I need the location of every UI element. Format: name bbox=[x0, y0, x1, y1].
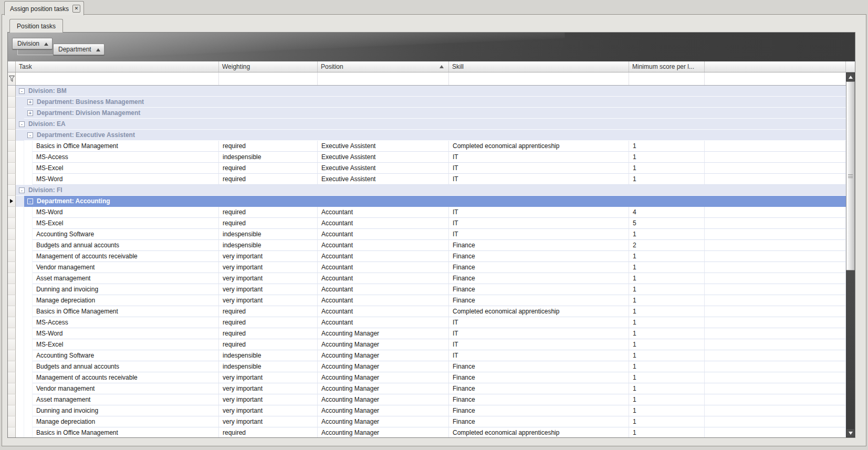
row-indicator-cell[interactable] bbox=[8, 284, 16, 295]
cell-empty[interactable] bbox=[705, 394, 846, 405]
cell-skill[interactable]: Finance bbox=[449, 251, 629, 262]
row-indicator-cell[interactable] bbox=[8, 86, 16, 97]
table-row[interactable]: Budgets and annual accountsindespensible… bbox=[8, 361, 846, 372]
cell-task[interactable]: Accounting Software bbox=[33, 350, 219, 361]
collapse-group-icon[interactable]: - bbox=[19, 88, 25, 94]
row-indicator-cell[interactable] bbox=[8, 372, 16, 383]
cell-min-score[interactable]: 1 bbox=[629, 372, 705, 383]
cell-min-score[interactable]: 1 bbox=[629, 273, 705, 284]
column-header-skill[interactable]: Skill bbox=[449, 61, 629, 72]
cell-min-score[interactable]: 1 bbox=[629, 163, 705, 174]
row-indicator-cell[interactable] bbox=[8, 207, 16, 218]
cell-min-score[interactable]: 1 bbox=[629, 416, 705, 427]
cell-position[interactable]: Accounting Manager bbox=[318, 361, 449, 372]
cell-empty[interactable] bbox=[705, 284, 846, 295]
column-header-min_score[interactable]: Minimum score per l... bbox=[629, 61, 705, 72]
department-group-row-band[interactable]: -Department: Executive Assistent bbox=[24, 130, 846, 141]
cell-weighting[interactable]: very important bbox=[219, 394, 318, 405]
group-row[interactable]: -Division: EA bbox=[8, 119, 846, 130]
collapse-group-icon[interactable]: - bbox=[27, 198, 33, 204]
cell-skill[interactable]: Finance bbox=[449, 383, 629, 394]
cell-min-score[interactable]: 1 bbox=[629, 295, 705, 306]
cell-skill[interactable]: IT bbox=[449, 229, 629, 240]
cell-empty[interactable] bbox=[705, 306, 846, 317]
cell-weighting[interactable]: very important bbox=[219, 262, 318, 273]
cell-task[interactable]: Manage depreciation bbox=[33, 295, 219, 306]
table-row[interactable]: Manage depreciationvery importantAccount… bbox=[8, 295, 846, 306]
cell-empty[interactable] bbox=[705, 427, 846, 437]
cell-weighting[interactable]: required bbox=[219, 339, 318, 350]
cell-weighting[interactable]: very important bbox=[219, 372, 318, 383]
row-indicator-cell[interactable] bbox=[8, 218, 16, 229]
table-row[interactable]: MS-ExcelrequiredAccounting ManagerIT1 bbox=[8, 339, 846, 350]
cell-skill[interactable]: Finance bbox=[449, 361, 629, 372]
cell-empty[interactable] bbox=[705, 163, 846, 174]
cell-weighting[interactable]: required bbox=[219, 427, 318, 437]
cell-position[interactable]: Accountant bbox=[318, 207, 449, 218]
cell-min-score[interactable]: 1 bbox=[629, 317, 705, 328]
cell-min-score[interactable]: 1 bbox=[629, 174, 705, 185]
cell-min-score[interactable]: 1 bbox=[629, 306, 705, 317]
cell-weighting[interactable]: required bbox=[219, 163, 318, 174]
cell-position[interactable]: Executive Assistent bbox=[318, 174, 449, 185]
cell-position[interactable]: Accounting Manager bbox=[318, 383, 449, 394]
cell-empty[interactable] bbox=[705, 361, 846, 372]
cell-empty[interactable] bbox=[705, 295, 846, 306]
cell-task[interactable]: MS-Word bbox=[33, 174, 219, 185]
cell-weighting[interactable]: very important bbox=[219, 383, 318, 394]
cell-position[interactable]: Accountant bbox=[318, 218, 449, 229]
cell-weighting[interactable]: very important bbox=[219, 295, 318, 306]
filter-cell-task[interactable] bbox=[16, 72, 219, 85]
cell-min-score[interactable]: 2 bbox=[629, 240, 705, 251]
cell-skill[interactable]: Completed economical apprenticeship bbox=[449, 427, 629, 437]
cell-empty[interactable] bbox=[705, 218, 846, 229]
cell-weighting[interactable]: required bbox=[219, 207, 318, 218]
division-group-row-band[interactable]: -Division: BM bbox=[16, 86, 846, 97]
cell-weighting[interactable]: indespensible bbox=[219, 361, 318, 372]
row-indicator-cell[interactable] bbox=[8, 174, 16, 185]
table-row[interactable]: Asset managementvery importantAccountant… bbox=[8, 273, 846, 284]
row-indicator-cell[interactable] bbox=[8, 306, 16, 317]
cell-min-score[interactable]: 1 bbox=[629, 328, 705, 339]
row-indicator-cell[interactable] bbox=[8, 273, 16, 284]
cell-task[interactable]: MS-Access bbox=[33, 317, 219, 328]
cell-weighting[interactable]: required bbox=[219, 174, 318, 185]
cell-min-score[interactable]: 1 bbox=[629, 251, 705, 262]
cell-empty[interactable] bbox=[705, 174, 846, 185]
table-row[interactable]: MS-ExcelrequiredExecutive AssistentIT1 bbox=[8, 163, 846, 174]
expand-group-icon[interactable]: + bbox=[27, 99, 33, 105]
cell-min-score[interactable]: 1 bbox=[629, 229, 705, 240]
cell-task[interactable]: Vendor management bbox=[33, 383, 219, 394]
vertical-scrollbar[interactable] bbox=[846, 72, 855, 437]
cell-min-score[interactable]: 1 bbox=[629, 427, 705, 437]
cell-skill[interactable]: Completed economical apprenticeship bbox=[449, 306, 629, 317]
collapse-group-icon[interactable]: - bbox=[19, 187, 25, 193]
cell-empty[interactable] bbox=[705, 141, 846, 152]
row-indicator-cell[interactable] bbox=[8, 328, 16, 339]
table-row[interactable]: MS-AccessindespensibleExecutive Assisten… bbox=[8, 152, 846, 163]
cell-position[interactable]: Accountant bbox=[318, 317, 449, 328]
cell-task[interactable]: Basics in Office Management bbox=[33, 427, 219, 437]
row-indicator-cell[interactable] bbox=[8, 130, 16, 141]
cell-empty[interactable] bbox=[705, 383, 846, 394]
cell-position[interactable]: Accounting Manager bbox=[318, 328, 449, 339]
cell-weighting[interactable]: indespensible bbox=[219, 240, 318, 251]
cell-skill[interactable]: Finance bbox=[449, 405, 629, 416]
cell-min-score[interactable]: 1 bbox=[629, 350, 705, 361]
cell-skill[interactable]: Finance bbox=[449, 394, 629, 405]
filter-cell-empty[interactable] bbox=[705, 72, 846, 85]
group-button-department[interactable]: Department bbox=[53, 44, 104, 55]
cell-weighting[interactable]: indespensible bbox=[219, 229, 318, 240]
table-row[interactable]: Management of accounts receivablevery im… bbox=[8, 372, 846, 383]
cell-task[interactable]: Asset management bbox=[33, 273, 219, 284]
row-indicator-cell[interactable] bbox=[8, 163, 16, 174]
row-indicator-cell[interactable] bbox=[8, 141, 16, 152]
cell-skill[interactable]: Finance bbox=[449, 372, 629, 383]
row-indicator-cell[interactable] bbox=[8, 394, 16, 405]
row-indicator-cell[interactable] bbox=[8, 317, 16, 328]
cell-position[interactable]: Accounting Manager bbox=[318, 350, 449, 361]
cell-weighting[interactable]: required bbox=[219, 317, 318, 328]
cell-task[interactable]: Asset management bbox=[33, 394, 219, 405]
table-row[interactable]: Management of accounts receivablevery im… bbox=[8, 251, 846, 262]
table-row[interactable]: MS-WordrequiredExecutive AssistentIT1 bbox=[8, 174, 846, 185]
